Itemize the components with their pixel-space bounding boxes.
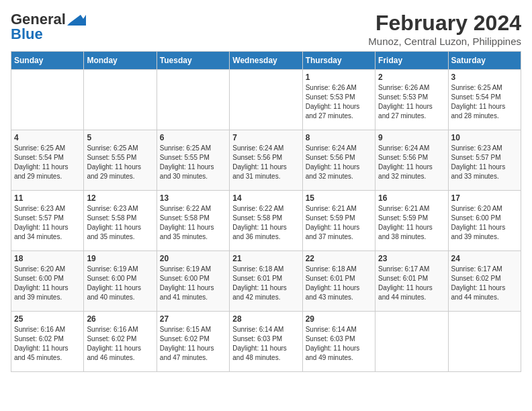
- calendar-cell: 17Sunrise: 6:20 AM Sunset: 6:00 PM Dayli…: [448, 191, 521, 251]
- day-info: Sunrise: 6:24 AM Sunset: 5:56 PM Dayligh…: [378, 144, 445, 181]
- col-header-thursday: Thursday: [302, 52, 375, 70]
- day-info: Sunrise: 6:14 AM Sunset: 6:03 PM Dayligh…: [306, 325, 372, 363]
- day-info: Sunrise: 6:25 AM Sunset: 5:54 PM Dayligh…: [14, 144, 81, 181]
- calendar-week-row: 1Sunrise: 6:26 AM Sunset: 5:53 PM Daylig…: [11, 70, 521, 130]
- calendar-cell: 6Sunrise: 6:25 AM Sunset: 5:55 PM Daylig…: [157, 130, 229, 191]
- calendar-week-row: 11Sunrise: 6:23 AM Sunset: 5:57 PM Dayli…: [11, 191, 521, 251]
- day-number: 6: [160, 133, 226, 142]
- calendar-cell: 16Sunrise: 6:21 AM Sunset: 5:59 PM Dayli…: [375, 191, 448, 251]
- day-info: Sunrise: 6:21 AM Sunset: 5:59 PM Dayligh…: [306, 204, 372, 242]
- day-number: 26: [87, 314, 153, 324]
- calendar-cell: 1Sunrise: 6:26 AM Sunset: 5:53 PM Daylig…: [302, 70, 375, 130]
- day-info: Sunrise: 6:25 AM Sunset: 5:55 PM Dayligh…: [87, 144, 153, 181]
- calendar-cell: 25Sunrise: 6:16 AM Sunset: 6:02 PM Dayli…: [11, 312, 84, 372]
- day-info: Sunrise: 6:26 AM Sunset: 5:53 PM Dayligh…: [378, 83, 445, 121]
- calendar-cell: 15Sunrise: 6:21 AM Sunset: 5:59 PM Dayli…: [302, 191, 375, 251]
- day-info: Sunrise: 6:20 AM Sunset: 6:00 PM Dayligh…: [451, 204, 518, 242]
- calendar-cell: [375, 312, 448, 372]
- calendar-cell: 8Sunrise: 6:24 AM Sunset: 5:56 PM Daylig…: [302, 130, 375, 191]
- calendar-cell: 20Sunrise: 6:19 AM Sunset: 6:00 PM Dayli…: [157, 251, 229, 312]
- col-header-friday: Friday: [375, 52, 448, 70]
- day-number: 2: [378, 73, 445, 82]
- day-info: Sunrise: 6:23 AM Sunset: 5:58 PM Dayligh…: [87, 204, 153, 242]
- day-number: 7: [232, 133, 299, 142]
- page-subtitle: Munoz, Central Luzon, Philippines: [368, 36, 521, 47]
- calendar-week-row: 4Sunrise: 6:25 AM Sunset: 5:54 PM Daylig…: [11, 130, 521, 191]
- calendar-cell: 24Sunrise: 6:17 AM Sunset: 6:02 PM Dayli…: [448, 251, 521, 312]
- day-number: 14: [232, 193, 299, 203]
- col-header-tuesday: Tuesday: [157, 52, 229, 70]
- calendar-cell: [157, 70, 229, 130]
- day-info: Sunrise: 6:15 AM Sunset: 6:02 PM Dayligh…: [160, 325, 226, 363]
- day-info: Sunrise: 6:16 AM Sunset: 6:02 PM Dayligh…: [87, 325, 153, 363]
- calendar-cell: 2Sunrise: 6:26 AM Sunset: 5:53 PM Daylig…: [375, 70, 448, 130]
- calendar-cell: [84, 70, 157, 130]
- calendar-cell: 18Sunrise: 6:20 AM Sunset: 6:00 PM Dayli…: [11, 251, 84, 312]
- day-number: 18: [14, 254, 81, 263]
- day-info: Sunrise: 6:24 AM Sunset: 5:56 PM Dayligh…: [306, 144, 372, 181]
- calendar-cell: 4Sunrise: 6:25 AM Sunset: 5:54 PM Daylig…: [11, 130, 84, 191]
- logo-text-blue: Blue: [11, 26, 43, 43]
- day-number: 13: [160, 193, 226, 203]
- day-number: 25: [14, 314, 81, 324]
- calendar-cell: 28Sunrise: 6:14 AM Sunset: 6:03 PM Dayli…: [230, 312, 302, 372]
- day-number: 17: [451, 193, 518, 203]
- logo-arrow-icon: [67, 13, 86, 26]
- calendar-cell: 13Sunrise: 6:22 AM Sunset: 5:58 PM Dayli…: [157, 191, 229, 251]
- day-number: 16: [378, 193, 445, 203]
- day-number: 8: [306, 133, 372, 142]
- day-info: Sunrise: 6:17 AM Sunset: 6:02 PM Dayligh…: [451, 265, 518, 302]
- day-info: Sunrise: 6:26 AM Sunset: 5:53 PM Dayligh…: [306, 83, 372, 121]
- calendar-cell: 22Sunrise: 6:18 AM Sunset: 6:01 PM Dayli…: [302, 251, 375, 312]
- day-info: Sunrise: 6:22 AM Sunset: 5:58 PM Dayligh…: [160, 204, 226, 242]
- col-header-saturday: Saturday: [448, 52, 521, 70]
- day-number: 22: [306, 254, 372, 263]
- day-number: 5: [87, 133, 153, 142]
- svg-marker-0: [67, 15, 86, 26]
- day-info: Sunrise: 6:18 AM Sunset: 6:01 PM Dayligh…: [232, 265, 299, 302]
- calendar-cell: 7Sunrise: 6:24 AM Sunset: 5:56 PM Daylig…: [230, 130, 302, 191]
- day-info: Sunrise: 6:14 AM Sunset: 6:03 PM Dayligh…: [232, 325, 299, 363]
- day-info: Sunrise: 6:21 AM Sunset: 5:59 PM Dayligh…: [378, 204, 445, 242]
- day-number: 23: [378, 254, 445, 263]
- col-header-wednesday: Wednesday: [230, 52, 302, 70]
- calendar-header-row: SundayMondayTuesdayWednesdayThursdayFrid…: [11, 52, 521, 70]
- day-info: Sunrise: 6:20 AM Sunset: 6:00 PM Dayligh…: [14, 265, 81, 302]
- calendar-cell: 9Sunrise: 6:24 AM Sunset: 5:56 PM Daylig…: [375, 130, 448, 191]
- day-number: 9: [378, 133, 445, 142]
- calendar-cell: 27Sunrise: 6:15 AM Sunset: 6:02 PM Dayli…: [157, 312, 229, 372]
- col-header-monday: Monday: [84, 52, 157, 70]
- day-number: 21: [232, 254, 299, 263]
- day-number: 1: [306, 73, 372, 82]
- calendar-cell: [448, 312, 521, 372]
- calendar-cell: [11, 70, 84, 130]
- day-info: Sunrise: 6:23 AM Sunset: 5:57 PM Dayligh…: [451, 144, 518, 181]
- day-number: 24: [451, 254, 518, 263]
- day-number: 11: [14, 193, 81, 203]
- day-info: Sunrise: 6:16 AM Sunset: 6:02 PM Dayligh…: [14, 325, 81, 363]
- calendar-cell: 29Sunrise: 6:14 AM Sunset: 6:03 PM Dayli…: [302, 312, 375, 372]
- calendar-cell: 12Sunrise: 6:23 AM Sunset: 5:58 PM Dayli…: [84, 191, 157, 251]
- calendar-cell: 21Sunrise: 6:18 AM Sunset: 6:01 PM Dayli…: [230, 251, 302, 312]
- col-header-sunday: Sunday: [11, 52, 84, 70]
- header: General Blue February 2024 Munoz, Centra…: [11, 11, 521, 47]
- calendar-cell: [230, 70, 302, 130]
- day-info: Sunrise: 6:24 AM Sunset: 5:56 PM Dayligh…: [232, 144, 299, 181]
- day-info: Sunrise: 6:17 AM Sunset: 6:01 PM Dayligh…: [378, 265, 445, 302]
- day-number: 3: [451, 73, 518, 82]
- day-info: Sunrise: 6:23 AM Sunset: 5:57 PM Dayligh…: [14, 204, 81, 242]
- day-number: 12: [87, 193, 153, 203]
- day-info: Sunrise: 6:18 AM Sunset: 6:01 PM Dayligh…: [306, 265, 372, 302]
- day-number: 19: [87, 254, 153, 263]
- logo: General Blue: [11, 11, 86, 43]
- calendar-week-row: 25Sunrise: 6:16 AM Sunset: 6:02 PM Dayli…: [11, 312, 521, 372]
- calendar-cell: 19Sunrise: 6:19 AM Sunset: 6:00 PM Dayli…: [84, 251, 157, 312]
- page-title: February 2024: [368, 11, 521, 36]
- day-info: Sunrise: 6:25 AM Sunset: 5:54 PM Dayligh…: [451, 83, 518, 121]
- day-number: 28: [232, 314, 299, 324]
- day-number: 15: [306, 193, 372, 203]
- calendar-cell: 14Sunrise: 6:22 AM Sunset: 5:58 PM Dayli…: [230, 191, 302, 251]
- day-number: 27: [160, 314, 226, 324]
- calendar-cell: 26Sunrise: 6:16 AM Sunset: 6:02 PM Dayli…: [84, 312, 157, 372]
- day-number: 20: [160, 254, 226, 263]
